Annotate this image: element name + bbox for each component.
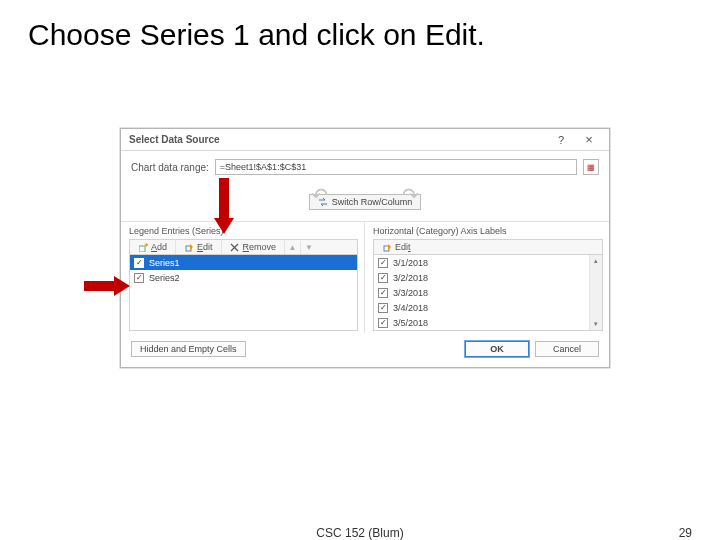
axis-label-text: 3/1/2018	[393, 258, 428, 268]
move-up-button[interactable]: ▲	[285, 241, 301, 254]
checkbox-icon[interactable]: ✓	[378, 318, 388, 328]
axis-item[interactable]: ✓ 3/2/2018	[374, 270, 602, 285]
range-picker-button[interactable]: ▦	[583, 159, 599, 175]
curved-arrow-icon: ↷	[311, 183, 328, 207]
slide-number: 29	[679, 526, 692, 540]
remove-icon	[230, 242, 240, 252]
edit-series-button[interactable]: Edit	[176, 240, 222, 254]
chart-range-value: =Sheet1!$A$1:$C$31	[220, 162, 306, 172]
checkbox-icon[interactable]: ✓	[134, 273, 144, 283]
edit-axis-label: Edit	[395, 242, 411, 252]
axis-label-text: 3/3/2018	[393, 288, 428, 298]
axis-item[interactable]: ✓ 3/1/2018	[374, 255, 602, 270]
axis-labels-section: Horizontal (Category) Axis Labels Edit ✓…	[365, 222, 609, 333]
svg-marker-5	[114, 276, 130, 296]
add-series-button[interactable]: ✶ Add	[130, 240, 176, 254]
axis-labels-header: Horizontal (Category) Axis Labels	[373, 226, 603, 239]
collapse-dialog-icon: ▦	[586, 162, 596, 172]
add-label: Add	[151, 242, 167, 252]
red-arrow-annotation	[84, 276, 130, 296]
series-toolbar: ✶ Add Edit Remove ▲ ▼	[129, 239, 358, 255]
hidden-empty-cells-button[interactable]: Hidden and Empty Cells	[131, 341, 246, 357]
switch-row: ↷ Switch Row/Column ↷	[121, 181, 609, 221]
series-item-series2[interactable]: ✓ Series2	[130, 270, 357, 285]
svg-rect-4	[84, 281, 114, 291]
curved-arrow-icon: ↷	[402, 183, 419, 207]
remove-series-button[interactable]: Remove	[222, 240, 286, 254]
axis-item[interactable]: ✓ 3/4/2018	[374, 300, 602, 315]
dialog-bottom-row: Hidden and Empty Cells OK Cancel	[121, 333, 609, 367]
series-item-series1[interactable]: ✓ Series1	[130, 255, 357, 270]
axis-toolbar: Edit	[373, 239, 603, 255]
slide-title: Choose Series 1 and click on Edit.	[28, 18, 485, 52]
edit-icon	[382, 242, 392, 252]
axis-label-text: 3/5/2018	[393, 318, 428, 328]
checkbox-icon[interactable]: ✓	[134, 258, 144, 268]
svg-rect-6	[219, 178, 229, 218]
series-label: Series2	[149, 273, 180, 283]
ok-button[interactable]: OK	[465, 341, 529, 357]
scroll-down-icon[interactable]: ▾	[590, 318, 602, 330]
select-data-dialog: Select Data Source ? × Chart data range:…	[120, 128, 610, 368]
chart-range-label: Chart data range:	[131, 162, 209, 173]
svg-text:✶: ✶	[144, 243, 148, 248]
scroll-up-icon[interactable]: ▴	[590, 255, 602, 267]
checkbox-icon[interactable]: ✓	[378, 273, 388, 283]
edit-label: Edit	[197, 242, 213, 252]
edit-axis-button[interactable]: Edit	[374, 240, 419, 254]
checkbox-icon[interactable]: ✓	[378, 303, 388, 313]
move-down-button[interactable]: ▼	[301, 241, 317, 254]
legend-entries-header: Legend Entries (Series)	[129, 226, 358, 239]
close-button[interactable]: ×	[575, 131, 603, 149]
switch-label: Switch Row/Column	[332, 197, 413, 207]
axis-label-text: 3/4/2018	[393, 303, 428, 313]
red-arrow-annotation	[214, 178, 234, 234]
series-label: Series1	[149, 258, 180, 268]
checkbox-icon[interactable]: ✓	[378, 258, 388, 268]
checkbox-icon[interactable]: ✓	[378, 288, 388, 298]
footer-center-text: CSC 152 (Blum)	[316, 526, 403, 540]
axis-item[interactable]: ✓ 3/5/2018	[374, 315, 602, 330]
cancel-button[interactable]: Cancel	[535, 341, 599, 357]
edit-icon	[184, 242, 194, 252]
axis-item[interactable]: ✓ 3/3/2018	[374, 285, 602, 300]
axis-labels-list[interactable]: ✓ 3/1/2018 ✓ 3/2/2018 ✓ 3/3/2018 ✓ 3/4/2…	[373, 255, 603, 331]
help-button[interactable]: ?	[547, 131, 575, 149]
scrollbar[interactable]: ▴ ▾	[589, 255, 602, 330]
chart-range-input[interactable]: =Sheet1!$A$1:$C$31	[215, 159, 577, 175]
svg-marker-7	[214, 218, 234, 234]
dialog-title: Select Data Source	[129, 134, 220, 145]
remove-label: Remove	[243, 242, 277, 252]
chart-range-row: Chart data range: =Sheet1!$A$1:$C$31 ▦	[121, 151, 609, 181]
axis-label-text: 3/2/2018	[393, 273, 428, 283]
add-icon: ✶	[138, 242, 148, 252]
series-list[interactable]: ✓ Series1 ✓ Series2	[129, 255, 358, 331]
titlebar: Select Data Source ? ×	[121, 129, 609, 151]
legend-entries-section: Legend Entries (Series) ✶ Add Edit	[121, 222, 365, 333]
